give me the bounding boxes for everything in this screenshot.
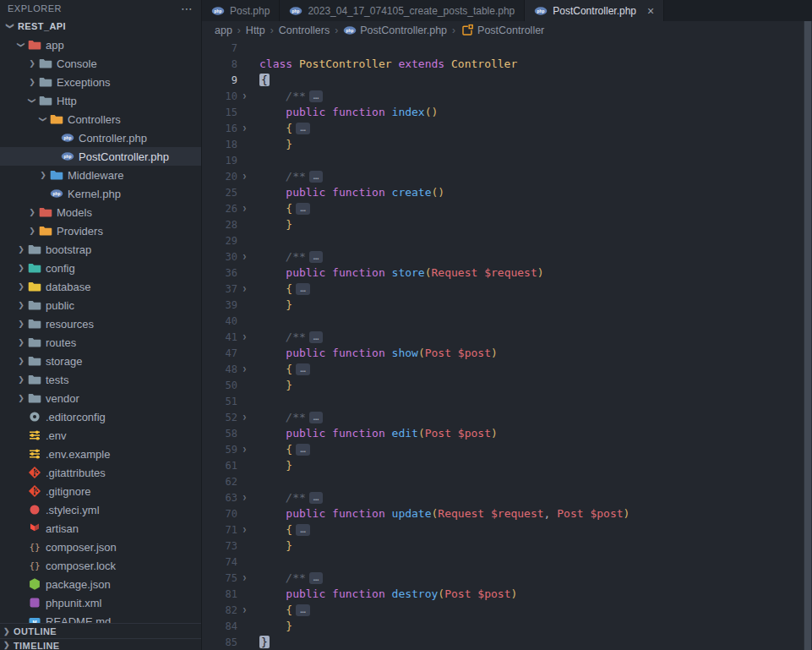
code-text[interactable]: } [259, 298, 292, 311]
tree-item-config[interactable]: ❯config [0, 259, 201, 277]
folded-code-ellipsis[interactable]: … [296, 283, 310, 295]
tree-item-routes[interactable]: ❯routes [0, 333, 201, 352]
breadcrumb-item-postcontroller[interactable]: PostController [460, 24, 544, 37]
code-text[interactable]: /**… [259, 90, 326, 102]
tree-item-public[interactable]: ❯public [0, 296, 201, 314]
tree-item-env[interactable]: .env [0, 426, 201, 445]
folded-code-ellipsis[interactable]: … [296, 203, 310, 215]
fold-chevron-icon[interactable]: ❯ [237, 365, 252, 373]
tree-item-exceptions[interactable]: ❯Exceptions [0, 73, 201, 91]
folded-code-ellipsis[interactable]: … [309, 251, 324, 263]
code-text[interactable]: class PostController extends Controller [259, 57, 517, 70]
tree-item-tests[interactable]: ❯tests [0, 370, 201, 389]
code-text[interactable]: } [259, 636, 270, 648]
tree-item-styleci-yml[interactable]: .styleci.yml [0, 500, 201, 519]
code-text[interactable]: public function show(Post $post) [259, 347, 498, 359]
code-text[interactable]: {… [259, 523, 313, 536]
tree-item-env-example[interactable]: .env.example [0, 445, 201, 463]
more-actions-icon[interactable]: ⋯ [181, 3, 193, 14]
fold-chevron-icon[interactable]: ❯ [237, 333, 252, 341]
code-text[interactable]: {… [259, 202, 313, 215]
code-text[interactable]: public function create() [259, 186, 444, 199]
code-text[interactable]: /**… [259, 170, 326, 183]
folded-code-ellipsis[interactable]: … [309, 90, 324, 102]
code-text[interactable]: {… [259, 122, 313, 134]
breadcrumb-item-postcontroller-php[interactable]: phpPostController.php [343, 24, 447, 37]
tree-item-bootstrap[interactable]: ❯bootstrap [0, 240, 201, 259]
tree-item-controller-php[interactable]: phpController.php [0, 128, 201, 147]
tree-item-composer-json[interactable]: {}composer.json [0, 538, 201, 556]
breadcrumb-item-http[interactable]: Http [246, 25, 265, 36]
tree-item-package-json[interactable]: package.json [0, 575, 201, 593]
tree-item-gitattributes[interactable]: .gitattributes [0, 463, 201, 482]
tree-item-storage[interactable]: ❯storage [0, 352, 201, 370]
code-text[interactable]: {… [259, 363, 313, 375]
scrollbar-thumb[interactable] [804, 21, 811, 650]
fold-chevron-icon[interactable]: ❯ [237, 606, 252, 614]
folded-code-ellipsis[interactable]: … [296, 363, 310, 375]
fold-chevron-icon[interactable]: ❯ [237, 413, 252, 421]
code-text[interactable]: } [259, 138, 292, 150]
folded-code-ellipsis[interactable]: … [309, 412, 324, 423]
folded-code-ellipsis[interactable]: … [296, 444, 310, 456]
tree-item-gitignore[interactable]: .gitignore [0, 482, 201, 500]
tree-item-app[interactable]: ❯app [0, 36, 201, 54]
fold-chevron-icon[interactable]: ❯ [237, 526, 252, 533]
code-text[interactable]: /**… [259, 491, 326, 504]
tree-item-http[interactable]: ❯Http [0, 91, 201, 110]
code-text[interactable]: public function update(Request $request,… [259, 507, 629, 520]
fold-chevron-icon[interactable]: ❯ [237, 494, 252, 501]
tree-item-rest-api[interactable]: ❯REST_API [0, 17, 201, 36]
breadcrumb-item-controllers[interactable]: Controllers [279, 25, 330, 36]
breadcrumb-item-app[interactable]: app [215, 25, 232, 36]
tree-item-middleware[interactable]: ❯Middleware [0, 166, 201, 184]
code-text[interactable]: /**… [259, 330, 326, 343]
scrollbar-track[interactable] [804, 21, 812, 650]
folded-code-ellipsis[interactable]: … [309, 572, 324, 584]
tree-item-editorconfig[interactable]: .editorconfig [0, 407, 201, 426]
code-text[interactable]: {… [259, 282, 313, 295]
code-text[interactable]: } [259, 620, 292, 632]
tree-item-resources[interactable]: ❯resources [0, 314, 201, 333]
tree-item-artisan[interactable]: artisan [0, 519, 201, 538]
folded-code-ellipsis[interactable]: … [309, 331, 324, 343]
code-text[interactable]: public function destroy(Post $post) [259, 587, 517, 600]
tree-item-phpunit-xml[interactable]: phpunit.xml [0, 593, 201, 612]
fold-chevron-icon[interactable]: ❯ [237, 124, 252, 132]
folded-code-ellipsis[interactable]: … [296, 524, 310, 536]
tab-post-php[interactable]: phpPost.php [202, 0, 280, 21]
fold-chevron-icon[interactable]: ❯ [237, 172, 252, 180]
code-text[interactable]: } [259, 379, 292, 391]
fold-chevron-icon[interactable]: ❯ [237, 574, 252, 582]
folded-code-ellipsis[interactable]: … [309, 492, 324, 504]
code-text[interactable]: public function store(Request $request) [259, 266, 544, 279]
code-text[interactable]: /**… [259, 571, 326, 584]
fold-chevron-icon[interactable]: ❯ [237, 253, 252, 260]
tree-item-vendor[interactable]: ❯vendor [0, 389, 201, 407]
code-text[interactable]: } [259, 539, 292, 552]
fold-chevron-icon[interactable]: ❯ [237, 445, 252, 453]
outline-section-header[interactable]: ❯ OUTLINE [0, 623, 201, 638]
code-text[interactable]: { [259, 74, 270, 86]
fold-chevron-icon[interactable]: ❯ [237, 92, 252, 100]
folded-code-ellipsis[interactable]: … [309, 171, 324, 183]
tree-item-composer-lock[interactable]: {}composer.lock [0, 556, 201, 575]
code-text[interactable]: /**… [259, 411, 326, 423]
tree-item-readme-md[interactable]: MREADME.md [0, 612, 201, 623]
code-text[interactable]: public function edit(Post $post) [259, 427, 498, 440]
tree-item-console[interactable]: ❯Console [0, 54, 201, 73]
code-text[interactable]: public function index() [259, 106, 438, 118]
fold-chevron-icon[interactable]: ❯ [237, 285, 252, 292]
fold-chevron-icon[interactable]: ❯ [237, 205, 252, 212]
tree-item-providers[interactable]: ❯Providers [0, 221, 201, 240]
code-text[interactable]: {… [259, 443, 313, 456]
tree-item-controllers[interactable]: ❯Controllers [0, 110, 201, 128]
tree-item-models[interactable]: ❯Models [0, 203, 201, 221]
tree-item-kernel-php[interactable]: phpKernel.php [0, 184, 201, 203]
code-text[interactable]: } [259, 218, 292, 231]
tree-item-postcontroller-php[interactable]: phpPostController.php [0, 147, 201, 166]
code-text[interactable]: } [259, 459, 292, 472]
code-text[interactable]: /**… [259, 250, 326, 263]
tree-item-database[interactable]: ❯database [0, 277, 201, 296]
tab-2023-04-17-074105-create-posts-table-php[interactable]: php2023_04_17_074105_create_posts_table.… [280, 0, 525, 21]
